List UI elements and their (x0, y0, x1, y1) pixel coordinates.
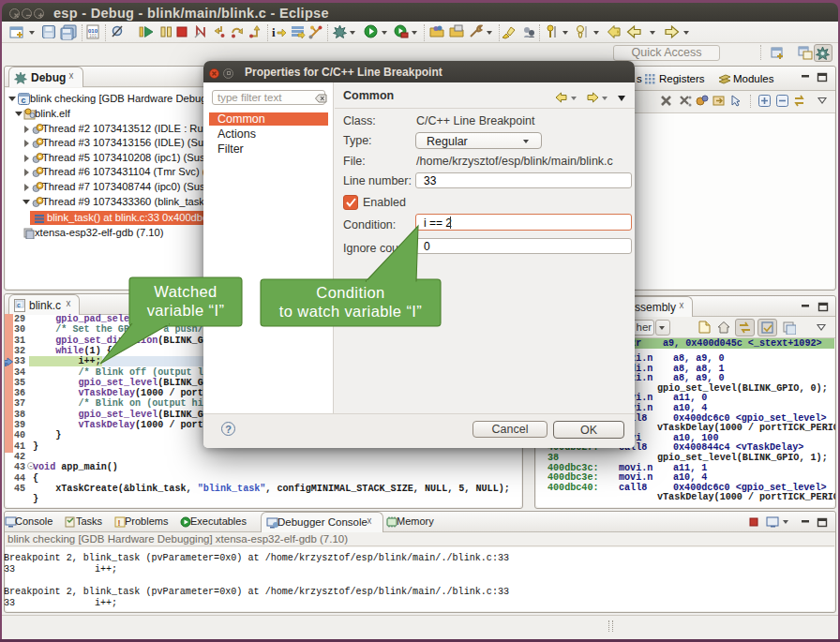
svg-text:Condition: Condition (316, 284, 384, 301)
svg-text:Watched: Watched (154, 283, 217, 300)
svg-text:to watch variable “I”: to watch variable “I” (279, 303, 422, 320)
svg-text:variable “I”: variable “I” (147, 302, 225, 319)
